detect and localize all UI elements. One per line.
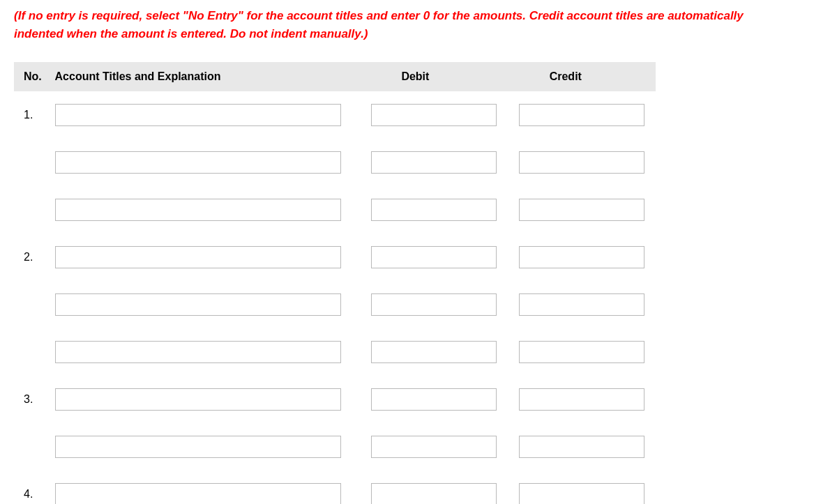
account-title-input[interactable] — [55, 483, 341, 504]
debit-input[interactable] — [371, 483, 497, 504]
credit-input[interactable] — [519, 293, 644, 316]
debit-input[interactable] — [371, 246, 497, 268]
table-row — [14, 139, 656, 186]
journal-entry-table: No. Account Titles and Explanation Debit… — [14, 62, 656, 504]
debit-input[interactable] — [371, 104, 497, 126]
table-row: 3. — [14, 376, 656, 423]
row-number: 2. — [14, 234, 50, 281]
row-number — [14, 139, 50, 186]
debit-input[interactable] — [371, 341, 497, 363]
table-row: 4. — [14, 471, 656, 504]
row-number: 4. — [14, 471, 50, 504]
table-row — [14, 423, 656, 471]
credit-input[interactable] — [519, 151, 644, 174]
credit-input[interactable] — [519, 199, 644, 221]
credit-input[interactable] — [519, 388, 644, 411]
debit-input[interactable] — [371, 293, 497, 316]
debit-input[interactable] — [371, 388, 497, 411]
account-title-input[interactable] — [55, 341, 341, 363]
credit-input[interactable] — [519, 436, 644, 458]
row-number — [14, 186, 50, 234]
credit-input[interactable] — [519, 104, 644, 126]
row-number — [14, 328, 50, 376]
table-row — [14, 186, 656, 234]
credit-input[interactable] — [519, 246, 644, 268]
credit-input[interactable] — [519, 483, 644, 504]
credit-input[interactable] — [519, 341, 644, 363]
row-number — [14, 281, 50, 328]
row-number — [14, 423, 50, 471]
row-number: 3. — [14, 376, 50, 423]
table-row: 1. — [14, 91, 656, 139]
debit-input[interactable] — [371, 151, 497, 174]
header-account: Account Titles and Explanation — [50, 62, 360, 91]
account-title-input[interactable] — [55, 388, 341, 411]
row-number: 1. — [14, 91, 50, 139]
table-row: 2. — [14, 234, 656, 281]
debit-input[interactable] — [371, 436, 497, 458]
account-title-input[interactable] — [55, 293, 341, 316]
header-no: No. — [14, 62, 50, 91]
account-title-input[interactable] — [55, 436, 341, 458]
header-debit: Debit — [359, 62, 507, 91]
header-credit: Credit — [508, 62, 656, 91]
instruction-text: (If no entry is required, select "No Ent… — [14, 7, 795, 43]
table-header-row: No. Account Titles and Explanation Debit… — [14, 62, 656, 91]
account-title-input[interactable] — [55, 199, 341, 221]
debit-input[interactable] — [371, 199, 497, 221]
table-row — [14, 328, 656, 376]
account-title-input[interactable] — [55, 104, 341, 126]
account-title-input[interactable] — [55, 151, 341, 174]
table-row — [14, 281, 656, 328]
account-title-input[interactable] — [55, 246, 341, 268]
